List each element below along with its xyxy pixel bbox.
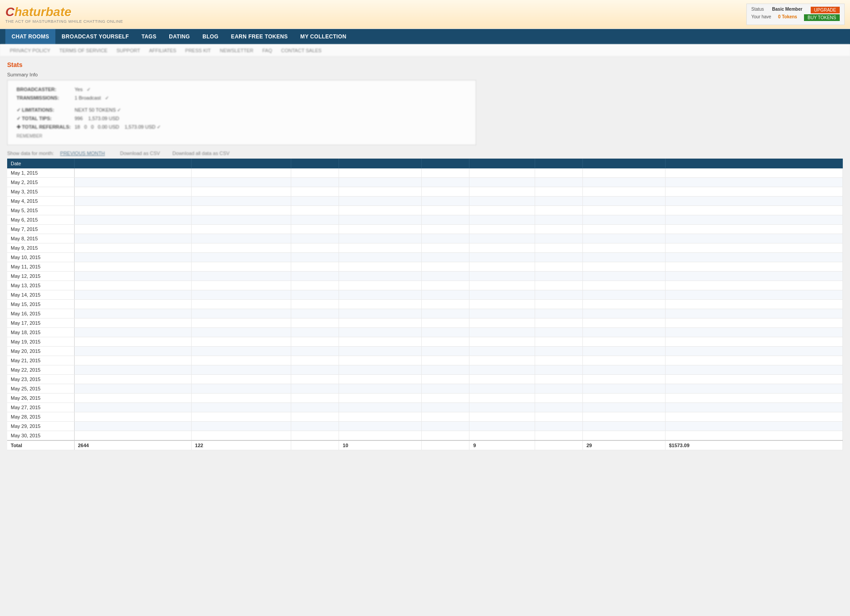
- table-cell-data: [665, 168, 842, 178]
- download-csv[interactable]: Download as CSV: [120, 151, 160, 156]
- table-cell-data: [291, 422, 339, 431]
- table-cell-data: [469, 225, 535, 234]
- buy-tokens-button[interactable]: BUY TOKENS: [804, 14, 840, 21]
- col-header-8: [582, 159, 665, 168]
- nav-chat-rooms[interactable]: CHAT ROOMS: [5, 29, 55, 44]
- table-cell-data: [469, 356, 535, 365]
- table-cell-data: [535, 412, 582, 422]
- table-cell-data: [422, 403, 469, 412]
- table-row: May 13, 2015: [7, 281, 843, 290]
- table-cell-data: [74, 272, 191, 281]
- nav-tags[interactable]: TAGS: [135, 29, 163, 44]
- table-cell-data: [535, 206, 582, 215]
- table-cell-date: May 25, 2015: [7, 384, 74, 394]
- col-header-2: [191, 159, 291, 168]
- table-cell-data: [291, 215, 339, 225]
- table-cell-data: [582, 412, 665, 422]
- table-cell-data: [191, 412, 291, 422]
- table-cell-data: [469, 262, 535, 272]
- table-cell-data: [291, 206, 339, 215]
- header: Chaturbate THE ACT OF MASTURBATING WHILE…: [0, 0, 850, 29]
- col-header-9: [665, 159, 842, 168]
- table-cell-data: [422, 206, 469, 215]
- col-header-4: [339, 159, 422, 168]
- table-cell-data: [422, 281, 469, 290]
- table-row: May 16, 2015: [7, 309, 843, 318]
- table-cell-data: [74, 206, 191, 215]
- nav-dating[interactable]: DATING: [163, 29, 196, 44]
- subnav-support[interactable]: SUPPORT: [112, 48, 145, 53]
- table-cell-data: [191, 347, 291, 356]
- nav-blog[interactable]: BLOG: [196, 29, 225, 44]
- table-cell-data: [291, 337, 339, 347]
- table-cell-data: [582, 243, 665, 253]
- table-cell-data: [74, 412, 191, 422]
- table-cell-data: [665, 422, 842, 431]
- table-cell-date: May 30, 2015: [7, 431, 74, 441]
- table-cell-data: [469, 281, 535, 290]
- table-cell-data: [339, 328, 422, 337]
- table-cell-data: [665, 309, 842, 318]
- table-cell-data: [422, 262, 469, 272]
- table-cell-data: [339, 215, 422, 225]
- table-cell-data: [535, 272, 582, 281]
- download-all-csv[interactable]: Download all data as CSV: [172, 151, 230, 156]
- table-row: May 23, 2015: [7, 375, 843, 384]
- table-cell-data: [582, 422, 665, 431]
- table-row: May 11, 2015: [7, 262, 843, 272]
- table-cell-data: [191, 290, 291, 300]
- table-cell-data: [469, 365, 535, 375]
- table-cell-data: [582, 197, 665, 206]
- table-cell-data: [582, 178, 665, 187]
- subnav-terms[interactable]: TERMS OF SERVICE: [55, 48, 112, 53]
- table-cell-date: May 26, 2015: [7, 394, 74, 403]
- table-cell-data: [422, 384, 469, 394]
- nav-my-collection[interactable]: MY COLLECTION: [294, 29, 352, 44]
- subnav-contact[interactable]: CONTACT SALES: [276, 48, 326, 53]
- table-row: May 26, 2015: [7, 394, 843, 403]
- table-cell-data: [665, 243, 842, 253]
- table-cell-data: [74, 234, 191, 243]
- table-cell-date: May 16, 2015: [7, 309, 74, 318]
- logo[interactable]: Chaturbate: [5, 5, 123, 19]
- table-row: May 27, 2015: [7, 403, 843, 412]
- table-cell-data: [535, 318, 582, 328]
- subnav-affiliates[interactable]: AFFILIATES: [145, 48, 181, 53]
- month-selector[interactable]: PREVIOUS MONTH: [60, 151, 105, 156]
- table-cell-data: [291, 384, 339, 394]
- upgrade-button[interactable]: UPGRADE: [811, 7, 840, 13]
- table-cell-data: [191, 215, 291, 225]
- table-cell-data: [469, 253, 535, 262]
- stats-table: Date May 1, 2015May 2, 2015May 3, 2015Ma…: [7, 159, 843, 450]
- table-cell-data: [74, 187, 191, 197]
- table-cell-data: [291, 328, 339, 337]
- table-cell-data: [191, 168, 291, 178]
- table-cell-data: [422, 375, 469, 384]
- table-cell-data: [291, 272, 339, 281]
- table-cell-data: [535, 253, 582, 262]
- table-cell-data: [339, 234, 422, 243]
- subnav-privacy[interactable]: PRIVACY POLICY: [5, 48, 55, 53]
- table-cell-data: [582, 318, 665, 328]
- table-row: May 30, 2015: [7, 431, 843, 441]
- table-row: May 22, 2015: [7, 365, 843, 375]
- nav-earn-free-tokens[interactable]: EARN FREE TOKENS: [225, 29, 294, 44]
- table-cell-date: May 8, 2015: [7, 234, 74, 243]
- table-row: May 21, 2015: [7, 356, 843, 365]
- subnav-newsletter[interactable]: NEWSLETTER: [215, 48, 258, 53]
- table-cell-data: [582, 356, 665, 365]
- nav-broadcast-yourself[interactable]: BROADCAST YOURSELF: [55, 29, 135, 44]
- logo-area: Chaturbate THE ACT OF MASTURBATING WHILE…: [5, 5, 123, 24]
- table-cell-data: [74, 356, 191, 365]
- table-cell-data: [665, 178, 842, 187]
- subnav-press[interactable]: PRESS KIT: [181, 48, 215, 53]
- table-cell-data: [469, 168, 535, 178]
- table-cell-data: [469, 290, 535, 300]
- table-cell-date: May 21, 2015: [7, 356, 74, 365]
- table-cell-data: [339, 422, 422, 431]
- table-cell-data: [191, 337, 291, 347]
- table-cell-data: [469, 403, 535, 412]
- table-cell-data: [74, 215, 191, 225]
- subnav-faq[interactable]: FAQ: [258, 48, 276, 53]
- table-cell-date: May 22, 2015: [7, 365, 74, 375]
